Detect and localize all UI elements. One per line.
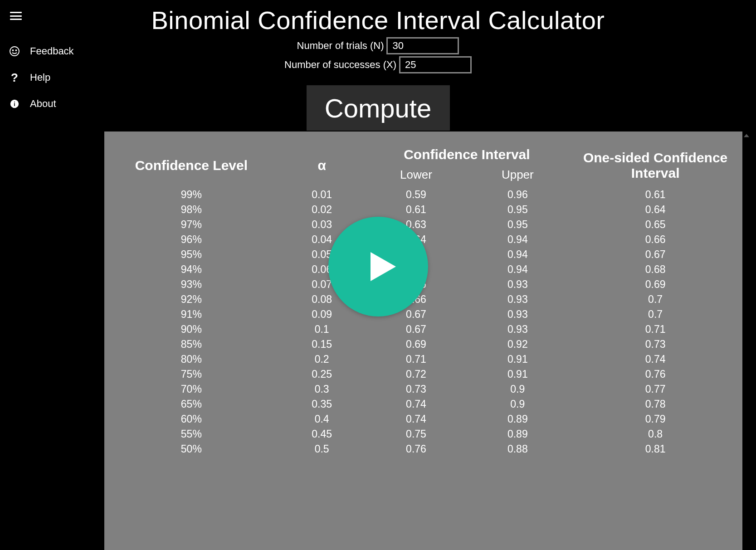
cell-one: 0.64 [568, 202, 742, 217]
table-row: 97%0.030.630.950.65 [104, 217, 742, 232]
cell-one: 0.77 [568, 382, 742, 397]
cell-alpha: 0.35 [278, 397, 366, 412]
cell-one: 0.79 [568, 412, 742, 427]
cell-upper: 0.94 [467, 247, 568, 262]
page-title: Binomial Confidence Interval Calculator [0, 5, 756, 35]
play-button[interactable] [328, 217, 428, 316]
table-row: 92%0.080.660.930.7 [104, 292, 742, 307]
cell-alpha: 0.1 [278, 322, 366, 337]
cell-upper: 0.91 [467, 352, 568, 367]
cell-upper: 0.93 [467, 322, 568, 337]
cell-lower: 0.69 [366, 337, 467, 352]
cell-level: 98% [104, 202, 278, 217]
trials-label: Number of trials (N) [297, 40, 384, 52]
cell-level: 99% [104, 187, 278, 202]
table-row: 85%0.150.690.920.73 [104, 337, 742, 352]
cell-one: 0.67 [568, 247, 742, 262]
cell-one: 0.7 [568, 307, 742, 322]
cell-upper: 0.89 [467, 427, 568, 442]
cell-upper: 0.88 [467, 442, 568, 457]
col-confidence-level: Confidence Level [104, 143, 278, 187]
cell-upper: 0.95 [467, 217, 568, 232]
cell-upper: 0.93 [467, 292, 568, 307]
cell-level: 70% [104, 382, 278, 397]
table-row: 80%0.20.710.910.74 [104, 352, 742, 367]
cell-level: 90% [104, 322, 278, 337]
cell-alpha: 0.15 [278, 337, 366, 352]
cell-one: 0.76 [568, 367, 742, 382]
cell-level: 96% [104, 232, 278, 247]
svg-rect-5 [14, 102, 15, 102]
cell-upper: 0.94 [467, 232, 568, 247]
results-table: Confidence Level α Confidence Interval O… [104, 143, 742, 457]
successes-input[interactable] [399, 56, 472, 73]
trials-input[interactable] [386, 37, 459, 54]
cell-alpha: 0.5 [278, 442, 366, 457]
table-row: 90%0.10.670.930.71 [104, 322, 742, 337]
table-row: 75%0.250.720.910.76 [104, 367, 742, 382]
cell-one: 0.81 [568, 442, 742, 457]
table-row: 60%0.40.740.890.79 [104, 412, 742, 427]
col-ci: Confidence Interval [366, 143, 569, 166]
cell-one: 0.68 [568, 262, 742, 277]
cell-one: 0.73 [568, 337, 742, 352]
cell-alpha: 0.25 [278, 367, 366, 382]
play-icon [363, 248, 400, 285]
cell-one: 0.69 [568, 277, 742, 292]
cell-level: 92% [104, 292, 278, 307]
cell-level: 75% [104, 367, 278, 382]
cell-lower: 0.67 [366, 322, 467, 337]
info-icon [9, 98, 20, 109]
cell-one: 0.7 [568, 292, 742, 307]
cell-level: 94% [104, 262, 278, 277]
col-one-sided: One-sided Confidence Interval [568, 143, 742, 187]
cell-alpha: 0.01 [278, 187, 366, 202]
cell-one: 0.8 [568, 427, 742, 442]
table-row: 99%0.010.590.960.61 [104, 187, 742, 202]
cell-lower: 0.74 [366, 412, 467, 427]
question-icon: ? [9, 72, 20, 83]
cell-level: 93% [104, 277, 278, 292]
cell-lower: 0.73 [366, 382, 467, 397]
table-row: 65%0.350.740.90.78 [104, 397, 742, 412]
table-row: 70%0.30.730.90.77 [104, 382, 742, 397]
col-lower: Lower [366, 166, 467, 187]
cell-lower: 0.72 [366, 367, 467, 382]
cell-level: 50% [104, 442, 278, 457]
cell-lower: 0.71 [366, 352, 467, 367]
svg-rect-4 [14, 103, 15, 106]
cell-upper: 0.9 [467, 397, 568, 412]
compute-button[interactable]: Compute [307, 85, 450, 131]
cell-upper: 0.89 [467, 412, 568, 427]
results-panel: Confidence Level α Confidence Interval O… [104, 131, 742, 550]
successes-label: Number of successes (X) [284, 59, 396, 71]
cell-upper: 0.94 [467, 262, 568, 277]
cell-level: 85% [104, 337, 278, 352]
cell-level: 97% [104, 217, 278, 232]
cell-upper: 0.95 [467, 202, 568, 217]
cell-lower: 0.61 [366, 202, 467, 217]
successes-row: Number of successes (X) [0, 56, 756, 73]
cell-upper: 0.96 [467, 187, 568, 202]
cell-lower: 0.75 [366, 427, 467, 442]
cell-level: 55% [104, 427, 278, 442]
table-row: 55%0.450.750.890.8 [104, 427, 742, 442]
cell-alpha: 0.3 [278, 382, 366, 397]
col-alpha: α [278, 143, 366, 187]
cell-alpha: 0.4 [278, 412, 366, 427]
cell-level: 60% [104, 412, 278, 427]
table-row: 50%0.50.760.880.81 [104, 442, 742, 457]
sidebar-item-about[interactable]: About [0, 91, 82, 117]
table-row: 98%0.020.610.950.64 [104, 202, 742, 217]
cell-one: 0.74 [568, 352, 742, 367]
cell-upper: 0.91 [467, 367, 568, 382]
cell-alpha: 0.45 [278, 427, 366, 442]
scrollbar-up-arrow[interactable] [742, 131, 751, 140]
cell-one: 0.61 [568, 187, 742, 202]
trials-row: Number of trials (N) [0, 37, 756, 54]
cell-lower: 0.76 [366, 442, 467, 457]
col-upper: Upper [467, 166, 568, 187]
cell-level: 80% [104, 352, 278, 367]
cell-upper: 0.93 [467, 307, 568, 322]
cell-lower: 0.59 [366, 187, 467, 202]
